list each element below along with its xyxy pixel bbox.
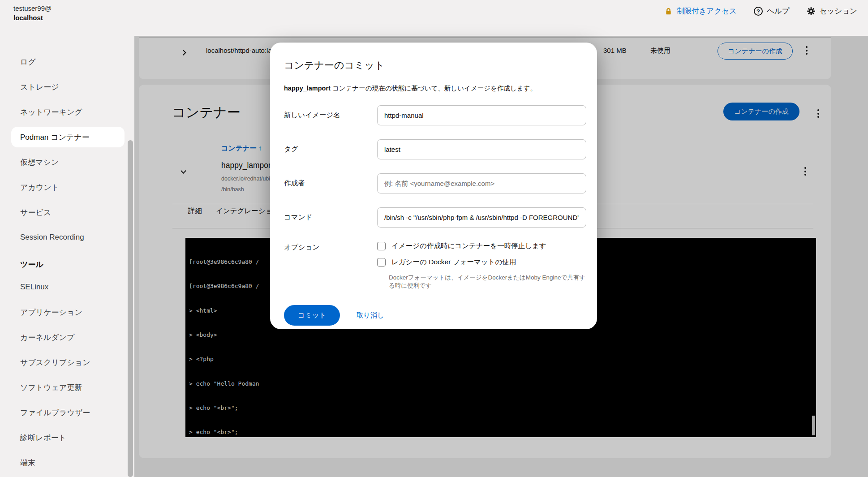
help-icon: ? (754, 7, 763, 16)
sidebar-item-software-updates[interactable]: ソフトウェア更新 (0, 375, 134, 400)
modal-description: happy_lamport コンテナーの現在の状態に基づいて、新しいイメージを作… (284, 84, 586, 93)
masthead-toolbar: 制限付きアクセス ? ヘルプ セッション (664, 6, 857, 16)
pause-container-checkbox[interactable] (377, 242, 386, 250)
docker-format-helper-text: Dockerフォーマットは、イメージをDockerまたはMoby Engineで… (389, 274, 586, 290)
pause-container-option[interactable]: イメージの作成時にコンテナーを一時停止します (377, 241, 586, 251)
limited-access-button[interactable]: 制限付きアクセス (664, 6, 737, 16)
sidebar-item-logs[interactable]: ログ (0, 49, 134, 74)
pause-container-label: イメージの作成時にコンテナーを一時停止します (391, 241, 546, 251)
form-row-image-name: 新しいイメージ名 (284, 105, 586, 125)
options-label: オプション (284, 241, 377, 252)
sidebar-item-applications[interactable]: アプリケーション (0, 300, 134, 325)
sidebar-item-networking[interactable]: ネットワーキング (0, 99, 134, 125)
sidebar-item-session-recording[interactable]: Session Recording (0, 225, 134, 250)
sidebar: ログ ストレージ ネットワーキング Podman コンテナー 仮想マシン アカウ… (0, 36, 134, 477)
limited-access-label: 制限付きアクセス (677, 6, 737, 16)
host-name: localhost (13, 13, 52, 22)
sidebar-item-file-browser[interactable]: ファイルブラウザー (0, 400, 134, 425)
author-input[interactable] (377, 173, 586, 193)
image-name-label: 新しいイメージ名 (284, 111, 377, 120)
modal-title: コンテナーのコミット (284, 59, 586, 72)
docker-format-label: レガシーの Docker フォーマットの使用 (391, 258, 516, 267)
session-menu-button[interactable]: セッション (807, 6, 857, 16)
help-label: ヘルプ (767, 6, 790, 16)
sidebar-item-services[interactable]: サービス (0, 200, 134, 225)
masthead: testuser99@ localhost 制限付きアクセス ? ヘルプ (0, 0, 868, 36)
form-row-options: オプション イメージの作成時にコンテナーを一時停止します レガシーの Docke… (284, 241, 586, 290)
docker-format-checkbox[interactable] (377, 258, 386, 266)
sidebar-item-storage[interactable]: ストレージ (0, 74, 134, 99)
sidebar-group-tools[interactable]: ツール (0, 254, 134, 275)
options-group: イメージの作成時にコンテナーを一時停止します レガシーの Docker フォーマ… (377, 241, 586, 290)
sidebar-item-subscriptions[interactable]: サブスクリプション (0, 350, 134, 375)
author-label: 作成者 (284, 179, 377, 188)
command-label: コマンド (284, 213, 377, 222)
sidebar-item-kernel-dumps[interactable]: カーネルダンプ (0, 325, 134, 350)
host-switcher[interactable]: testuser99@ localhost (13, 4, 52, 22)
commit-container-modal: コンテナーのコミット happy_lamport コンテナーの現在の状態に基づい… (270, 43, 597, 329)
form-row-tag: タグ (284, 139, 586, 159)
sidebar-scrollbar[interactable] (128, 140, 133, 477)
docker-format-option[interactable]: レガシーの Docker フォーマットの使用 (377, 258, 586, 267)
form-row-author: 作成者 (284, 173, 586, 193)
image-name-input[interactable] (377, 105, 586, 125)
cancel-button[interactable]: 取り消し (356, 311, 384, 320)
gear-icon (807, 7, 816, 16)
sidebar-item-virtual-machines[interactable]: 仮想マシン (0, 150, 134, 175)
cockpit-app: testuser99@ localhost 制限付きアクセス ? ヘルプ (0, 0, 868, 477)
modal-description-container-name: happy_lamport (284, 85, 331, 92)
sidebar-item-selinux[interactable]: SELinux (0, 275, 134, 300)
sidebar-item-podman-containers[interactable]: Podman コンテナー (11, 127, 125, 147)
command-input[interactable] (377, 207, 586, 228)
commit-button[interactable]: コミット (284, 305, 340, 326)
sidebar-item-diagnostic-reports[interactable]: 診断レポート (0, 425, 134, 450)
session-label: セッション (820, 6, 857, 16)
host-user: testuser99@ (13, 4, 52, 13)
form-row-command: コマンド (284, 207, 586, 228)
sidebar-item-accounts[interactable]: アカウント (0, 175, 134, 200)
lock-icon (664, 7, 673, 16)
tag-label: タグ (284, 145, 377, 154)
help-menu-button[interactable]: ? ヘルプ (754, 6, 790, 16)
tag-input[interactable] (377, 139, 586, 159)
sidebar-nav: ログ ストレージ ネットワーキング Podman コンテナー 仮想マシン アカウ… (0, 36, 134, 475)
commit-form: 新しいイメージ名 タグ 作成者 コマンド オプション イメージ (284, 105, 586, 290)
modal-footer: コミット 取り消し (284, 305, 586, 326)
sidebar-item-terminal[interactable]: 端末 (0, 450, 134, 475)
